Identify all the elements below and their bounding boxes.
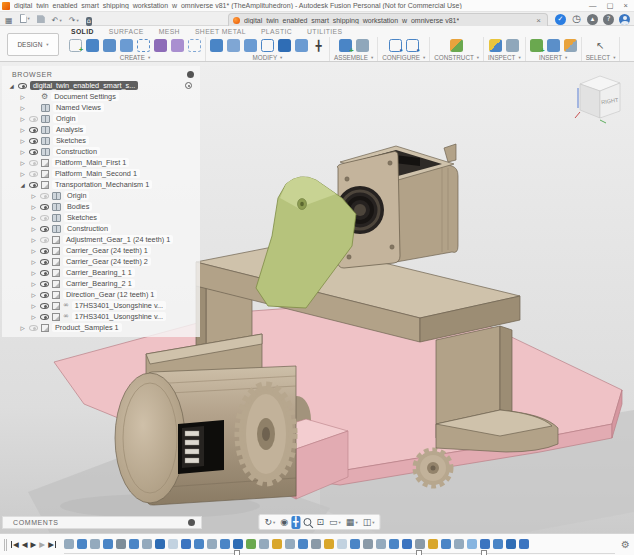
expanded-icon[interactable]: ◢	[19, 182, 26, 188]
collapse-expand-icon[interactable]: ▷	[19, 116, 26, 122]
timeline-feature-6[interactable]	[129, 539, 139, 549]
timeline-feature-28[interactable]	[415, 539, 425, 549]
timeline-settings-icon[interactable]: ⚙	[621, 540, 630, 550]
offset-plane-icon[interactable]	[450, 39, 463, 52]
timeline-feature-1[interactable]	[64, 539, 74, 549]
tab-close-icon[interactable]: ×	[534, 16, 543, 25]
point-icon[interactable]	[188, 39, 201, 52]
browser-item[interactable]: ▷Construction	[2, 223, 200, 234]
browser-item[interactable]: ▷Product_Samples 1	[2, 322, 200, 333]
step-forward-button[interactable]: ▶	[39, 541, 45, 549]
minimize-button[interactable]: —	[589, 1, 597, 10]
collapse-expand-icon[interactable]: ▷	[19, 171, 26, 177]
collapse-expand-icon[interactable]: ▷	[30, 193, 37, 199]
expanded-icon[interactable]: ◢	[8, 83, 15, 89]
workspace-selector[interactable]: DESIGN ▾	[7, 33, 59, 56]
undo-icon[interactable]: ↶▾	[50, 15, 64, 27]
account-avatar[interactable]	[619, 14, 630, 25]
collapse-expand-icon[interactable]: ▷	[19, 138, 26, 144]
timeline-feature-8[interactable]	[155, 539, 165, 549]
activate-component-radio[interactable]	[185, 82, 192, 89]
visibility-eye-icon[interactable]	[40, 204, 49, 210]
move-copy-icon[interactable]: ╋	[312, 39, 325, 52]
browser-item[interactable]: ▷∞17HS3401_Usongshine v...	[2, 311, 200, 322]
step-back-button[interactable]: ◀	[22, 541, 28, 549]
collapse-expand-icon[interactable]: ▷	[19, 325, 26, 331]
comments-bar[interactable]: COMMENTS	[2, 516, 202, 529]
insert-mesh-icon[interactable]	[564, 39, 577, 52]
app-launcher-icon[interactable]: ▦	[3, 15, 15, 27]
timeline-feature-12[interactable]	[207, 539, 217, 549]
revolve-icon[interactable]	[103, 39, 116, 52]
visibility-eye-icon[interactable]	[29, 182, 38, 188]
collapse-expand-icon[interactable]: ▷	[30, 314, 37, 320]
tab-utilities[interactable]: UTILITIES	[307, 28, 342, 35]
assemble-menu[interactable]: ASSEMBLE▾	[334, 54, 373, 61]
browser-item[interactable]: ◢digital_twin_enabled_smart_s...	[2, 80, 200, 91]
insert-derive-icon[interactable]: +	[530, 39, 543, 52]
browser-item[interactable]: ▷Named Views	[2, 102, 200, 113]
select-menu[interactable]: SELECT▾	[586, 54, 616, 61]
timeline-feature-34[interactable]	[493, 539, 503, 549]
collapse-expand-icon[interactable]: ▷	[30, 270, 37, 276]
tab-mesh[interactable]: MESH	[159, 28, 180, 35]
joint-icon[interactable]	[356, 39, 369, 52]
modify-menu[interactable]: MODIFY▾	[253, 54, 283, 61]
collapse-expand-icon[interactable]: ▷	[19, 105, 26, 111]
collapse-expand-icon[interactable]: ▷	[30, 226, 37, 232]
new-component-icon[interactable]: +	[339, 39, 352, 52]
browser-item[interactable]: ▷Platform_Main_Second 1	[2, 168, 200, 179]
timeline-feature-35[interactable]	[506, 539, 516, 549]
browser-item[interactable]: ▷Carrier_Gear (24 teeth) 1	[2, 245, 200, 256]
section-analysis-icon[interactable]	[506, 39, 519, 52]
file-menu-icon[interactable]: ▾	[18, 13, 32, 25]
browser-item[interactable]: ▷Origin	[2, 113, 200, 124]
recent-activity-icon[interactable]: ◷	[571, 14, 582, 25]
timeline-feature-33[interactable]	[480, 539, 490, 549]
timeline-feature-18[interactable]	[285, 539, 295, 549]
job-status-icon[interactable]: ✓	[555, 14, 566, 25]
configurations-icon[interactable]: ●	[406, 39, 419, 52]
timeline-feature-11[interactable]	[194, 539, 204, 549]
visibility-eye-icon[interactable]	[40, 270, 49, 276]
configure-icon[interactable]: ●	[389, 39, 402, 52]
pattern-icon[interactable]	[137, 39, 150, 52]
visibility-eye-icon[interactable]	[40, 237, 49, 243]
tab-sheet-metal[interactable]: SHEET METAL	[195, 28, 246, 35]
coil-icon[interactable]	[154, 39, 167, 52]
browser-item[interactable]: ▷⚙Document Settings	[2, 91, 200, 102]
notifications-icon[interactable]: ▴	[587, 14, 598, 25]
collapse-expand-icon[interactable]: ▷	[30, 204, 37, 210]
maximize-button[interactable]: ▢	[607, 1, 614, 10]
browser-item[interactable]: ▷Platform_Main_First 1	[2, 157, 200, 168]
collapse-expand-icon[interactable]: ▷	[19, 160, 26, 166]
viewports-icon[interactable]: ◫▾	[361, 516, 377, 529]
timeline-feature-30[interactable]	[441, 539, 451, 549]
visibility-eye-icon[interactable]	[40, 292, 49, 298]
go-to-end-button[interactable]: ▶	[48, 541, 56, 549]
visibility-eye-icon[interactable]	[18, 83, 27, 89]
visibility-eye-icon[interactable]	[40, 281, 49, 287]
visibility-eye-icon[interactable]	[29, 149, 38, 155]
press-pull-icon[interactable]	[210, 39, 223, 52]
combine-icon[interactable]	[278, 39, 291, 52]
browser-item[interactable]: ▷Sketches	[2, 212, 200, 223]
visibility-eye-icon[interactable]	[40, 215, 49, 221]
chamfer-icon[interactable]	[244, 39, 257, 52]
grid-layout-icon[interactable]: ▦▾	[344, 516, 360, 529]
tab-surface[interactable]: SURFACE	[109, 28, 144, 35]
browser-item[interactable]: ▷Carrier_Gear (24 teeth) 2	[2, 256, 200, 267]
measure-icon[interactable]	[489, 39, 502, 52]
browser-item[interactable]: ▷Bodies	[2, 201, 200, 212]
timeline-feature-26[interactable]	[389, 539, 399, 549]
visibility-eye-icon[interactable]	[40, 248, 49, 254]
timeline-feature-25[interactable]	[376, 539, 386, 549]
configure-menu[interactable]: CONFIGURE▾	[382, 54, 425, 61]
timeline-feature-14[interactable]	[233, 539, 243, 549]
timeline-feature-32[interactable]	[467, 539, 477, 549]
create-form-icon[interactable]	[171, 39, 184, 52]
browser-item[interactable]: ▷Carrier_Bearing_2 1	[2, 278, 200, 289]
collapse-expand-icon[interactable]: ▷	[30, 292, 37, 298]
browser-item[interactable]: ▷Analysis	[2, 124, 200, 135]
timeline-feature-2[interactable]	[77, 539, 87, 549]
